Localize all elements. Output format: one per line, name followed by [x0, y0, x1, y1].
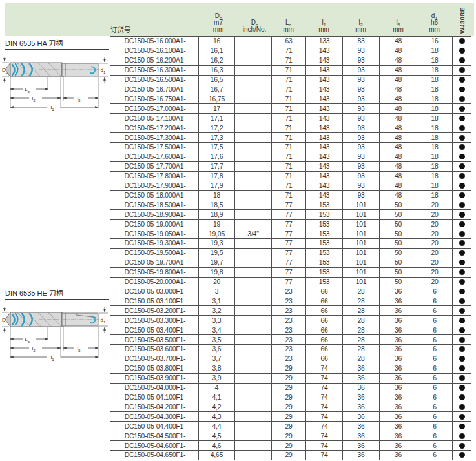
cell-grade-dot: [452, 345, 471, 354]
cell-order-no: DC150-05-17.200A1-: [110, 123, 198, 132]
cell-l5: 48: [379, 104, 417, 113]
cell-l5: 48: [379, 152, 417, 161]
cell-dc-inch: [234, 345, 271, 354]
cell-d1: 18: [417, 191, 452, 200]
cell-order-no: DC150-05-03.800F1-: [110, 364, 198, 373]
cell-l5: 36: [379, 364, 417, 373]
cell-dc-mm: 16,75: [198, 94, 234, 103]
svg-text:Lc: Lc: [25, 87, 29, 94]
availability-dot-icon: [459, 212, 465, 218]
cell-l2: 93: [342, 152, 379, 161]
cell-d1: 20: [417, 220, 452, 229]
availability-dot-icon: [459, 365, 465, 371]
cell-lc: 71: [271, 46, 305, 56]
availability-dot-icon: [459, 289, 465, 294]
cell-l2: 101: [342, 239, 379, 248]
table-row: DC150-05-03.500F1-3,5236628366: [110, 335, 471, 345]
cell-grade-dot: [452, 76, 471, 85]
cell-d1: 18: [417, 162, 452, 171]
table-row: DC150-05-18.900A1-18,9771531015020: [110, 210, 471, 220]
cell-l1: 143: [305, 114, 342, 123]
cell-dc-mm: 17,6: [198, 152, 234, 161]
cell-l1: 66: [305, 325, 342, 334]
cell-grade-dot: [452, 384, 471, 393]
cell-d1: 16: [417, 37, 452, 46]
cell-lc: 77: [271, 220, 305, 229]
cell-d1: 6: [417, 441, 452, 450]
cell-l1: 143: [305, 94, 342, 103]
table-row: DC150-05-16.500A1-16,571143934818: [110, 76, 471, 85]
col-header-d1: d1 h6 mm: [417, 13, 452, 34]
cell-dc-inch: [234, 335, 271, 344]
cell-l5: 50: [379, 258, 417, 267]
availability-dot-icon: [459, 173, 465, 179]
cell-order-no: DC150-05-03.500F1-: [110, 335, 198, 344]
cell-dc-inch: [234, 258, 271, 267]
cell-l1: 74: [305, 441, 342, 450]
cell-dc-inch: [234, 412, 271, 421]
cell-l2: 93: [342, 94, 379, 103]
availability-dot-icon: [459, 221, 465, 227]
availability-dot-icon: [459, 269, 465, 275]
cell-l2: 93: [342, 76, 379, 85]
availability-dot-icon: [459, 231, 465, 237]
table-row: DC150-05-04.600F1-4,6297436366: [110, 441, 471, 451]
cell-order-no: DC150-05-18.000A1-: [110, 191, 198, 200]
cell-l5: 50: [379, 210, 417, 219]
cell-dc-inch: [234, 162, 271, 171]
cell-dc-mm: 18,9: [198, 210, 234, 219]
cell-d1: 6: [417, 364, 452, 373]
cell-l1: 143: [305, 104, 342, 113]
cell-l1: 74: [305, 384, 342, 393]
cell-d1: 6: [417, 384, 452, 393]
cell-grade-dot: [452, 200, 471, 209]
cell-order-no: DC150-05-17.600A1-: [110, 152, 198, 161]
cell-order-no: DC150-05-03.700F1-: [110, 354, 198, 364]
cell-d1: 6: [417, 325, 452, 334]
table-row: DC150-05-04.000F1-4297436366: [110, 384, 471, 393]
cell-dc-mm: 17: [198, 104, 234, 113]
cell-dc-inch: [234, 374, 271, 383]
cell-dc-inch: [234, 364, 271, 373]
cell-dc-inch: [234, 249, 271, 258]
availability-dot-icon: [459, 67, 465, 73]
cell-grade-dot: [452, 287, 471, 296]
svg-text:l1: l1: [50, 105, 54, 112]
cell-l1: 74: [305, 364, 342, 373]
cell-order-no: DC150-05-17.300A1-: [110, 133, 198, 142]
cell-l2: 36: [342, 402, 379, 411]
cell-order-no: DC150-05-03.300F1-: [110, 316, 198, 325]
cell-l2: 36: [342, 431, 379, 440]
table-row: DC150-05-04.500F1-4,5297436366: [110, 431, 471, 441]
availability-dot-icon: [459, 298, 465, 304]
table-row: DC150-05-03.600F1-3,6236628366: [110, 345, 471, 354]
cell-dc-mm: 16: [198, 37, 234, 46]
cell-l2: 36: [342, 393, 379, 402]
cell-d1: 20: [417, 249, 452, 258]
cell-l5: 36: [379, 306, 417, 315]
table-row: DC150-05-03.400F1-3,4236628366: [110, 325, 471, 335]
cell-l1: 66: [305, 306, 342, 315]
cell-dc-mm: 17,1: [198, 114, 234, 123]
cell-dc-mm: 4,2: [198, 402, 234, 411]
table-row: DC150-05-17.500A1-17,571143934818: [110, 143, 471, 152]
cell-l5: 50: [379, 249, 417, 258]
cell-order-no: DC150-05-03.000F1-: [110, 287, 198, 296]
cell-l1: 74: [305, 431, 342, 440]
cell-l5: 36: [379, 412, 417, 421]
cell-dc-inch: [234, 143, 271, 152]
cell-dc-mm: 19,3: [198, 239, 234, 248]
cell-dc-inch: [234, 431, 271, 440]
cell-lc: 29: [271, 441, 305, 450]
cell-dc-mm: 3,2: [198, 306, 234, 315]
col-header-dc-inch: Dc inch/No.: [236, 19, 273, 33]
table-row: DC150-05-03.000F1-3236628366: [110, 287, 471, 297]
cell-grade-dot: [452, 220, 471, 229]
table-row: DC150-05-04.650F1-4,65297436366: [110, 451, 471, 460]
cell-dc-inch: [234, 306, 271, 315]
cell-l2: 101: [342, 210, 379, 219]
availability-dot-icon: [459, 260, 465, 265]
cell-order-no: DC150-05-03.400F1-: [110, 325, 198, 334]
cell-lc: 23: [271, 335, 305, 344]
cell-l5: 36: [379, 316, 417, 325]
